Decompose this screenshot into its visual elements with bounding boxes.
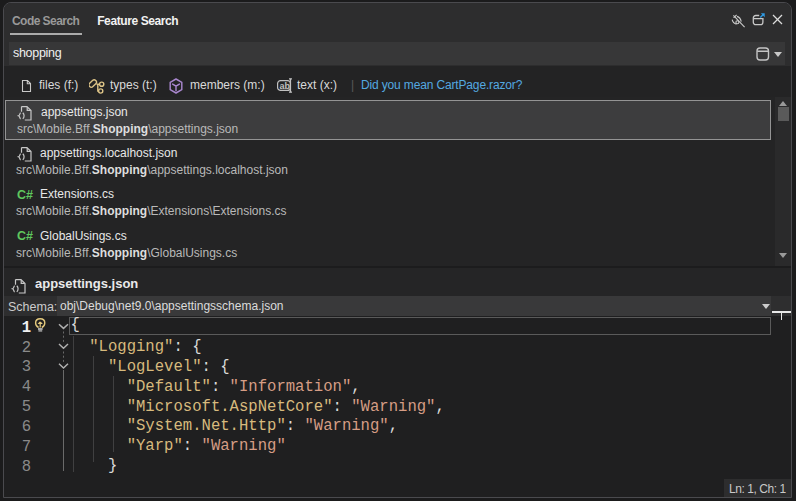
svg-text:ab: ab: [280, 81, 291, 91]
